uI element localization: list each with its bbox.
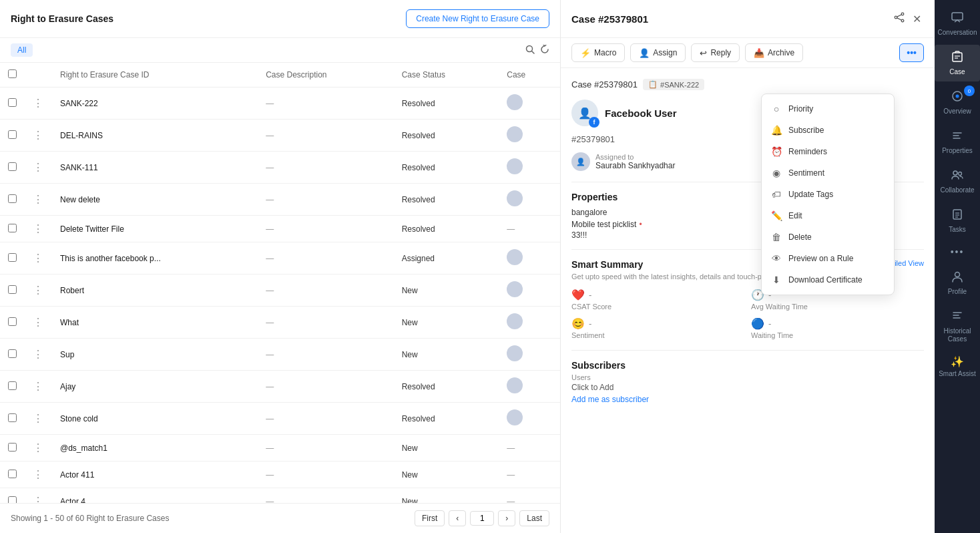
more-actions-button[interactable]: ••• [899, 43, 924, 62]
row-menu-3[interactable]: ⋮ [33, 194, 44, 205]
nav-conversation[interactable]: Conversation [935, 5, 980, 42]
row-checkbox-3[interactable] [8, 194, 17, 203]
click-to-add[interactable]: Click to Add [571, 383, 924, 392]
row-checkbox-2[interactable] [8, 162, 17, 171]
nav-overview[interactable]: 0 Overview [935, 84, 980, 121]
row-menu-2[interactable]: ⋮ [33, 162, 44, 173]
dropdown-download-cert[interactable]: ⬇ Download Certificate [762, 269, 894, 291]
case-desc-cell: — [258, 371, 393, 403]
row-checkbox-13[interactable] [8, 496, 17, 504]
select-all-checkbox[interactable] [8, 69, 17, 78]
row-checkbox-0[interactable] [8, 98, 17, 107]
dropdown-delete[interactable]: 🗑 Delete [762, 226, 894, 248]
close-button[interactable]: ✕ [910, 10, 924, 28]
table-row[interactable]: ⋮ This is another facebook p... — Assign… [0, 242, 560, 275]
case-desc-cell: — [258, 462, 393, 488]
col-case-id: Right to Erasure Case ID [52, 63, 258, 87]
row-menu-5[interactable]: ⋮ [33, 252, 44, 264]
row-checkbox-12[interactable] [8, 470, 17, 478]
nav-smart-assist[interactable]: ✨ Smart Assist [935, 351, 980, 383]
properties-icon [951, 129, 964, 144]
row-checkbox-1[interactable] [8, 130, 17, 139]
nav-historical-cases[interactable]: Historical Cases [935, 304, 980, 349]
table-row[interactable]: ⋮ SANK-111 — Resolved [0, 152, 560, 184]
table-row[interactable]: ⋮ Robert — New [0, 275, 560, 307]
row-menu-11[interactable]: ⋮ [33, 442, 44, 454]
row-checkbox-9[interactable] [8, 381, 17, 390]
dropdown-priority[interactable]: ○ Priority [762, 98, 894, 120]
row-menu-4[interactable]: ⋮ [33, 223, 44, 234]
nav-properties[interactable]: Properties [935, 124, 980, 160]
first-page-button[interactable]: First [415, 510, 445, 526]
table-row[interactable]: ⋮ New delete — Resolved [0, 184, 560, 216]
row-checkbox-4[interactable] [8, 224, 17, 232]
table-row[interactable]: ⋮ What — New [0, 307, 560, 339]
page-number-input[interactable] [470, 511, 494, 526]
nav-more[interactable]: ••• [935, 242, 980, 262]
row-checkbox-11[interactable] [8, 443, 17, 452]
share-button[interactable] [891, 9, 907, 28]
case-desc-cell: — [258, 120, 393, 152]
archive-button[interactable]: 📥 Archive [745, 43, 803, 62]
case-table: Right to Erasure Case ID Case Descriptio… [0, 63, 560, 503]
reminders-icon: ⏰ [771, 146, 782, 157]
subscribers-section: Subscribers Users Click to Add Add me as… [571, 350, 924, 404]
dropdown-update-tags[interactable]: 🏷 Update Tags [762, 184, 894, 205]
table-row[interactable]: ⋮ Ajay — Resolved [0, 371, 560, 403]
svg-line-6 [897, 18, 902, 20]
table-row[interactable]: ⋮ Sup — New [0, 339, 560, 371]
reply-button[interactable]: ↩ Reply [691, 43, 740, 62]
nav-profile[interactable]: Profile [935, 264, 980, 301]
row-menu-8[interactable]: ⋮ [33, 349, 44, 360]
table-row[interactable]: ⋮ Delete Twitter File — Resolved — [0, 216, 560, 242]
table-row[interactable]: ⋮ SANK-222 — Resolved [0, 87, 560, 120]
nav-case[interactable]: Case [935, 45, 980, 81]
row-menu-1[interactable]: ⋮ [33, 130, 44, 141]
wait-time-metric: 🔵 - Waiting Time [751, 317, 924, 339]
tags-icon: 🏷 [771, 189, 782, 200]
last-page-button[interactable]: Last [519, 510, 549, 526]
assign-button[interactable]: 👤 Assign [630, 43, 686, 62]
next-page-button[interactable]: › [498, 510, 515, 526]
refresh-button[interactable] [540, 45, 549, 56]
all-filter-button[interactable]: All [11, 43, 33, 57]
dropdown-sentiment[interactable]: ◉ Sentiment [762, 162, 894, 184]
dropdown-edit[interactable]: ✏️ Edit [762, 205, 894, 226]
row-menu-10[interactable]: ⋮ [33, 413, 44, 424]
nav-tasks[interactable]: Tasks [935, 202, 980, 239]
table-row[interactable]: ⋮ @ds_match1 — New — [0, 435, 560, 462]
nav-collaborate[interactable]: Collaborate [935, 163, 980, 200]
dropdown-preview-rule[interactable]: 👁 Preview on a Rule [762, 248, 894, 269]
case-desc-cell: — [258, 435, 393, 462]
macro-button[interactable]: ⚡ Macro [571, 43, 625, 62]
case-avatar-cell [499, 184, 560, 216]
case-id-cell: SANK-111 [52, 152, 258, 184]
case-avatar-cell [499, 275, 560, 307]
create-case-button[interactable]: Create New Right to Erasure Case [406, 9, 549, 28]
table-row[interactable]: ⋮ Stone cold — Resolved [0, 403, 560, 435]
row-menu-12[interactable]: ⋮ [33, 469, 44, 480]
search-button[interactable] [525, 45, 535, 56]
add-me-subscriber[interactable]: Add me as subscriber [571, 395, 924, 404]
row-checkbox-8[interactable] [8, 349, 17, 358]
row-menu-13[interactable]: ⋮ [33, 496, 44, 503]
overview-badge: 0 [964, 85, 975, 96]
wait-time-label: Waiting Time [751, 331, 924, 339]
row-menu-7[interactable]: ⋮ [33, 317, 44, 328]
table-row[interactable]: ⋮ Actor 4 — New — [0, 488, 560, 504]
action-bar: ⚡ Macro 👤 Assign ↩ Reply 📥 Archive ••• [561, 38, 935, 68]
row-checkbox-10[interactable] [8, 413, 17, 422]
row-checkbox-6[interactable] [8, 285, 17, 294]
dropdown-subscribe[interactable]: 🔔 Subscribe [762, 120, 894, 141]
row-menu-9[interactable]: ⋮ [33, 381, 44, 392]
row-menu-6[interactable]: ⋮ [33, 285, 44, 296]
prev-page-button[interactable]: ‹ [449, 510, 466, 526]
row-menu-0[interactable]: ⋮ [33, 98, 44, 109]
case-avatar-cell [499, 403, 560, 435]
table-row[interactable]: ⋮ Actor 411 — New — [0, 462, 560, 488]
nav-properties-label: Properties [942, 147, 973, 155]
row-checkbox-7[interactable] [8, 317, 17, 326]
dropdown-reminders[interactable]: ⏰ Reminders [762, 141, 894, 162]
row-checkbox-5[interactable] [8, 253, 17, 262]
table-row[interactable]: ⋮ DEL-RAINS — Resolved [0, 120, 560, 152]
